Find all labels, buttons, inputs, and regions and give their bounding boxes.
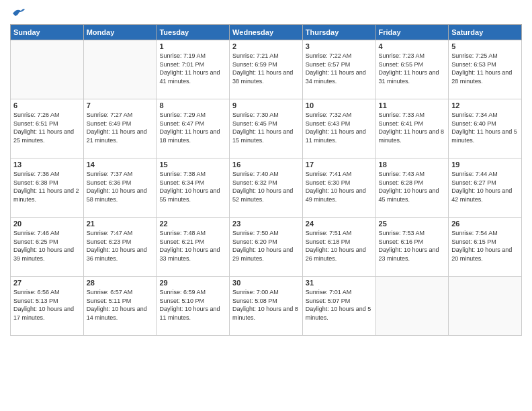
- calendar-day-cell: 12Sunrise: 7:34 AMSunset: 6:40 PMDayligh…: [449, 99, 522, 158]
- calendar-day-cell: 25Sunrise: 7:53 AMSunset: 6:16 PMDayligh…: [375, 218, 449, 277]
- day-info: Sunrise: 7:46 AMSunset: 6:25 PMDaylight:…: [13, 229, 81, 263]
- page: SundayMondayTuesdayWednesdayThursdayFrid…: [0, 0, 532, 411]
- day-info: Sunrise: 7:37 AMSunset: 6:36 PMDaylight:…: [87, 170, 154, 203]
- weekday-header: Thursday: [302, 25, 375, 40]
- calendar-day-cell: 30Sunrise: 7:00 AMSunset: 5:08 PMDayligh…: [230, 277, 303, 336]
- calendar-day-cell: 1Sunrise: 7:19 AMSunset: 7:01 PMDaylight…: [157, 40, 230, 99]
- calendar-day-cell: 22Sunrise: 7:48 AMSunset: 6:21 PMDayligh…: [157, 218, 230, 277]
- day-info: Sunrise: 7:51 AMSunset: 6:18 PMDaylight:…: [306, 229, 373, 263]
- day-number: 28: [87, 279, 154, 287]
- calendar-day-cell: 17Sunrise: 7:41 AMSunset: 6:30 PMDayligh…: [302, 158, 375, 218]
- weekday-header: Monday: [83, 25, 157, 40]
- calendar-day-cell: 18Sunrise: 7:43 AMSunset: 6:28 PMDayligh…: [375, 158, 449, 218]
- day-number: 25: [379, 220, 446, 228]
- day-info: Sunrise: 7:01 AMSunset: 5:07 PMDaylight:…: [306, 288, 373, 322]
- day-number: 18: [379, 161, 446, 169]
- day-number: 8: [159, 101, 226, 109]
- day-number: 22: [159, 220, 226, 228]
- calendar-day-cell: [449, 277, 522, 336]
- calendar-day-cell: 14Sunrise: 7:37 AMSunset: 6:36 PMDayligh…: [83, 158, 157, 218]
- day-info: Sunrise: 6:59 AMSunset: 5:10 PMDaylight:…: [159, 288, 226, 322]
- weekday-header: Friday: [375, 25, 449, 40]
- day-number: 12: [451, 101, 519, 109]
- weekday-header: Wednesday: [230, 25, 303, 40]
- calendar-day-cell: 10Sunrise: 7:32 AMSunset: 6:43 PMDayligh…: [302, 99, 375, 158]
- calendar-day-cell: 29Sunrise: 6:59 AMSunset: 5:10 PMDayligh…: [157, 277, 230, 336]
- logo: [10, 7, 26, 19]
- weekday-header: Tuesday: [157, 25, 230, 40]
- day-number: 11: [379, 101, 446, 109]
- day-number: 20: [13, 220, 81, 228]
- calendar-day-cell: 19Sunrise: 7:44 AMSunset: 6:27 PMDayligh…: [449, 158, 522, 218]
- day-number: 1: [159, 42, 226, 50]
- day-info: Sunrise: 7:32 AMSunset: 6:43 PMDaylight:…: [306, 111, 373, 144]
- day-number: 10: [306, 101, 373, 109]
- day-number: 5: [451, 42, 519, 50]
- calendar-day-cell: 9Sunrise: 7:30 AMSunset: 6:45 PMDaylight…: [230, 99, 303, 158]
- day-info: Sunrise: 7:54 AMSunset: 6:15 PMDaylight:…: [451, 229, 519, 263]
- logo-bird-icon: [11, 7, 26, 19]
- day-info: Sunrise: 7:23 AMSunset: 6:55 PMDaylight:…: [379, 52, 446, 85]
- calendar-day-cell: 23Sunrise: 7:50 AMSunset: 6:20 PMDayligh…: [230, 218, 303, 277]
- day-info: Sunrise: 7:00 AMSunset: 5:08 PMDaylight:…: [232, 288, 300, 322]
- calendar-day-cell: 21Sunrise: 7:47 AMSunset: 6:23 PMDayligh…: [83, 218, 157, 277]
- day-number: 9: [232, 101, 300, 109]
- calendar-day-cell: 27Sunrise: 6:56 AMSunset: 5:13 PMDayligh…: [11, 277, 84, 336]
- weekday-header: Saturday: [449, 25, 522, 40]
- day-number: 3: [306, 42, 373, 50]
- calendar-day-cell: 13Sunrise: 7:36 AMSunset: 6:38 PMDayligh…: [11, 158, 84, 218]
- day-info: Sunrise: 7:25 AMSunset: 6:53 PMDaylight:…: [451, 52, 519, 85]
- calendar-day-cell: 2Sunrise: 7:21 AMSunset: 6:59 PMDaylight…: [230, 40, 303, 99]
- day-number: 15: [159, 161, 226, 169]
- day-number: 2: [232, 42, 300, 50]
- day-info: Sunrise: 7:47 AMSunset: 6:23 PMDaylight:…: [87, 229, 154, 263]
- calendar-day-cell: 24Sunrise: 7:51 AMSunset: 6:18 PMDayligh…: [302, 218, 375, 277]
- weekday-header: Sunday: [11, 25, 84, 40]
- calendar-day-cell: 5Sunrise: 7:25 AMSunset: 6:53 PMDaylight…: [449, 40, 522, 99]
- day-number: 24: [306, 220, 373, 228]
- calendar-day-cell: 4Sunrise: 7:23 AMSunset: 6:55 PMDaylight…: [375, 40, 449, 99]
- calendar-day-cell: 7Sunrise: 7:27 AMSunset: 6:49 PMDaylight…: [83, 99, 157, 158]
- calendar-table: SundayMondayTuesdayWednesdayThursdayFrid…: [10, 24, 522, 336]
- day-number: 30: [232, 279, 300, 287]
- calendar-week-row: 6Sunrise: 7:26 AMSunset: 6:51 PMDaylight…: [11, 99, 522, 158]
- day-info: Sunrise: 7:29 AMSunset: 6:47 PMDaylight:…: [159, 111, 226, 144]
- day-number: 17: [306, 161, 373, 169]
- day-info: Sunrise: 7:21 AMSunset: 6:59 PMDaylight:…: [232, 52, 300, 85]
- calendar-day-cell: [11, 40, 84, 99]
- day-info: Sunrise: 7:30 AMSunset: 6:45 PMDaylight:…: [232, 111, 300, 144]
- day-info: Sunrise: 7:40 AMSunset: 6:32 PMDaylight:…: [232, 170, 300, 203]
- calendar-header-row: SundayMondayTuesdayWednesdayThursdayFrid…: [11, 25, 522, 40]
- calendar-day-cell: 26Sunrise: 7:54 AMSunset: 6:15 PMDayligh…: [449, 218, 522, 277]
- calendar-week-row: 27Sunrise: 6:56 AMSunset: 5:13 PMDayligh…: [11, 277, 522, 336]
- day-number: 23: [232, 220, 300, 228]
- calendar-day-cell: 16Sunrise: 7:40 AMSunset: 6:32 PMDayligh…: [230, 158, 303, 218]
- day-number: 6: [13, 101, 81, 109]
- day-number: 4: [379, 42, 446, 50]
- calendar-day-cell: 11Sunrise: 7:33 AMSunset: 6:41 PMDayligh…: [375, 99, 449, 158]
- header: [10, 7, 522, 19]
- calendar-day-cell: 31Sunrise: 7:01 AMSunset: 5:07 PMDayligh…: [302, 277, 375, 336]
- day-number: 29: [159, 279, 226, 287]
- day-number: 21: [87, 220, 154, 228]
- day-info: Sunrise: 7:43 AMSunset: 6:28 PMDaylight:…: [379, 170, 446, 203]
- day-info: Sunrise: 7:33 AMSunset: 6:41 PMDaylight:…: [379, 111, 446, 144]
- calendar-week-row: 1Sunrise: 7:19 AMSunset: 7:01 PMDaylight…: [11, 40, 522, 99]
- calendar-day-cell: 6Sunrise: 7:26 AMSunset: 6:51 PMDaylight…: [11, 99, 84, 158]
- day-info: Sunrise: 7:41 AMSunset: 6:30 PMDaylight:…: [306, 170, 373, 203]
- day-number: 31: [306, 279, 373, 287]
- calendar-day-cell: 8Sunrise: 7:29 AMSunset: 6:47 PMDaylight…: [157, 99, 230, 158]
- day-info: Sunrise: 7:48 AMSunset: 6:21 PMDaylight:…: [159, 229, 226, 263]
- day-info: Sunrise: 7:38 AMSunset: 6:34 PMDaylight:…: [159, 170, 226, 203]
- calendar-day-cell: [83, 40, 157, 99]
- calendar-day-cell: 15Sunrise: 7:38 AMSunset: 6:34 PMDayligh…: [157, 158, 230, 218]
- day-number: 19: [451, 161, 519, 169]
- day-info: Sunrise: 7:27 AMSunset: 6:49 PMDaylight:…: [87, 111, 154, 144]
- day-info: Sunrise: 7:44 AMSunset: 6:27 PMDaylight:…: [451, 170, 519, 203]
- day-info: Sunrise: 7:36 AMSunset: 6:38 PMDaylight:…: [13, 170, 81, 203]
- calendar-week-row: 20Sunrise: 7:46 AMSunset: 6:25 PMDayligh…: [11, 218, 522, 277]
- calendar-day-cell: 20Sunrise: 7:46 AMSunset: 6:25 PMDayligh…: [11, 218, 84, 277]
- day-info: Sunrise: 7:53 AMSunset: 6:16 PMDaylight:…: [379, 229, 446, 263]
- day-number: 16: [232, 161, 300, 169]
- calendar-week-row: 13Sunrise: 7:36 AMSunset: 6:38 PMDayligh…: [11, 158, 522, 218]
